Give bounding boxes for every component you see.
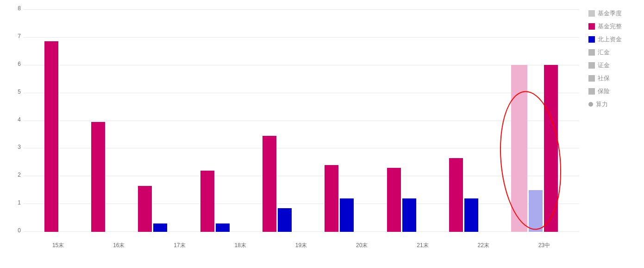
legend-item-5: 社保 [588, 74, 639, 83]
bar-beishang [402, 198, 416, 232]
legend-label-5: 社保 [598, 74, 610, 83]
bar-rect-wanzheng [138, 186, 152, 232]
bar-wanzheng [263, 136, 276, 232]
x-label-16末: 16末 [103, 242, 135, 249]
bar-rect-wanzheng [91, 122, 105, 232]
bar-wanzheng [44, 41, 58, 232]
bar-rect-wanzheng [44, 41, 58, 232]
legend-item-1: 基金完整 [588, 22, 639, 31]
legend-label-4: 证金 [598, 61, 610, 70]
legend-item-2: 北上资金 [588, 35, 639, 44]
legend-label-2: 北上资金 [598, 35, 622, 44]
bar-rect-beishang [153, 223, 167, 232]
bar-rect-wanzheng [387, 168, 401, 232]
legend-item-3: 汇金 [588, 48, 639, 57]
y-label-1: 1 [5, 199, 21, 206]
bar-wanzheng [138, 186, 152, 232]
bar-rect-wanzheng [263, 136, 276, 232]
bar-group-15末 [44, 41, 58, 232]
bar-jijidu [511, 65, 527, 232]
legend-label-6: 保险 [598, 87, 610, 96]
x-label-23中: 23中 [528, 242, 560, 249]
legend-swatch-baoxian [588, 88, 595, 95]
x-label-15末: 15末 [42, 242, 75, 249]
legend-swatch-shebao [588, 75, 595, 82]
y-label-2: 2 [5, 172, 21, 178]
legend-item-7: 算力 [588, 100, 639, 108]
bar-wanzheng [544, 65, 558, 232]
x-label-22末: 22末 [467, 242, 500, 249]
bar-beishang [464, 198, 478, 232]
bar-wanzheng [449, 158, 463, 232]
legend-item-4: 证金 [588, 61, 639, 70]
bar-rect-beishang [278, 208, 292, 232]
legend: 基金季度基金完整北上资金汇金证金社保保险算力 [584, 0, 644, 268]
x-label-19末: 19末 [285, 242, 317, 249]
bar-beishang [153, 223, 167, 232]
bar-rect-wanzheng [449, 158, 463, 232]
bar-group-22末 [449, 158, 478, 232]
x-label-18末: 18末 [224, 242, 256, 249]
bars-area [23, 9, 579, 232]
legend-item-0: 基金季度 [588, 9, 639, 18]
bar-beishang [340, 198, 354, 232]
y-label-0: 0 [5, 227, 21, 234]
legend-label-0: 基金季度 [598, 9, 622, 18]
y-label-7: 7 [5, 33, 21, 39]
legend-item-6: 保险 [588, 87, 639, 96]
x-label-20末: 20末 [346, 242, 378, 249]
bar-rect-beishang [216, 223, 230, 232]
legend-label-3: 汇金 [598, 48, 610, 57]
legend-swatch-wanzheng [588, 23, 595, 30]
bar-group-19末 [263, 136, 292, 232]
bar-group-21末 [387, 168, 416, 232]
legend-dot-icon [588, 102, 593, 107]
chart-area: 876543210 [23, 9, 579, 239]
bar-rect-wanzheng [200, 171, 214, 232]
x-label-21末: 21末 [406, 242, 439, 249]
y-label-3: 3 [5, 144, 21, 150]
bar-group-23中 [511, 65, 558, 232]
legend-swatch-beishang [588, 36, 595, 43]
bar-rect-wanzheng [325, 165, 338, 232]
bar-group-20末 [325, 165, 354, 232]
bar-rect-beishang [464, 198, 478, 232]
legend-swatch-jijidu [588, 10, 595, 17]
bar-rect-beishang [340, 198, 354, 232]
x-labels: 15末16末17末18末19末20末21末22末23中 [23, 239, 579, 249]
legend-swatch-huijin [588, 49, 595, 56]
bar-rect-beishang [529, 190, 543, 232]
chart-container: 876543210 15末16末17末18末19末20末21末22末23中 [0, 0, 584, 268]
bar-rect-wanzheng [544, 65, 558, 232]
y-label-6: 6 [5, 61, 21, 67]
bar-group-18末 [200, 171, 230, 232]
x-label-17末: 17末 [163, 242, 196, 249]
bar-group-17末 [138, 186, 167, 232]
bar-rect-beishang [402, 198, 416, 232]
bar-beishang [529, 190, 543, 232]
legend-label-7: 算力 [596, 100, 608, 108]
bar-beishang [278, 208, 292, 232]
bar-rect-jijidu [511, 65, 527, 232]
bar-beishang [216, 223, 230, 232]
y-label-8: 8 [5, 5, 21, 12]
legend-swatch-zhengjin [588, 62, 595, 69]
bar-wanzheng [387, 168, 401, 232]
y-label-5: 5 [5, 89, 21, 95]
y-label-4: 4 [5, 116, 21, 123]
bar-wanzheng [325, 165, 338, 232]
bar-wanzheng [200, 171, 214, 232]
legend-label-1: 基金完整 [598, 22, 622, 31]
bar-group-16末 [91, 122, 105, 232]
bar-wanzheng [91, 122, 105, 232]
